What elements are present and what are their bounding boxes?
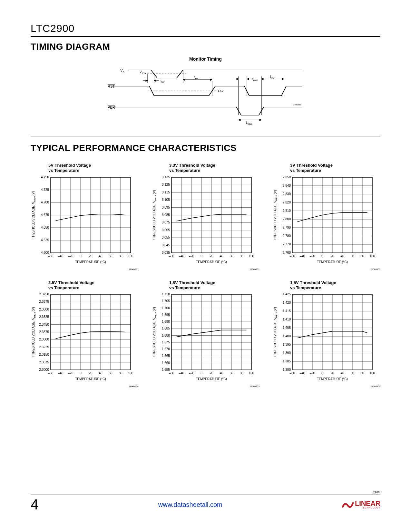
svg-text:tUV: tUV xyxy=(161,79,165,83)
svg-text:100: 100 xyxy=(128,371,133,375)
logo-main: LINEAR xyxy=(355,500,380,507)
timing-svg: VX RST PBR VRTX tUV tRST 1.5V xyxy=(106,64,306,125)
svg-text:2.3750: 2.3750 xyxy=(39,293,49,296)
footer-doc-code: 2900f xyxy=(31,491,380,494)
page-number: 4 xyxy=(31,498,38,512)
chart-title: 1.8V Threshold Voltage vs Temperature xyxy=(169,280,259,291)
svg-text:1.690: 1.690 xyxy=(162,320,170,323)
chart-title: 2.5V Threshold Voltage vs Temperature xyxy=(48,280,139,291)
svg-text:2.800: 2.800 xyxy=(283,217,291,221)
svg-text:80: 80 xyxy=(240,371,243,375)
chart-svg: –60–40–200204060801004.6004.6254.6504.67… xyxy=(31,176,134,266)
svg-text:100: 100 xyxy=(370,371,375,375)
svg-text:20: 20 xyxy=(89,254,93,258)
svg-text:2.830: 2.830 xyxy=(283,192,291,196)
svg-text:2.3150: 2.3150 xyxy=(39,353,49,356)
svg-text:2.3450: 2.3450 xyxy=(39,323,49,326)
svg-text:80: 80 xyxy=(240,254,243,258)
svg-text:THESHOLD VOLTAGE, VRT50 (V): THESHOLD VOLTAGE, VRT50 (V) xyxy=(32,191,36,239)
svg-text:–60: –60 xyxy=(169,254,174,258)
svg-text:0: 0 xyxy=(321,371,323,375)
chart-svg: –60–40–200204060801002.30002.30752.31502… xyxy=(31,293,134,383)
chart-code: 2900 G06 xyxy=(272,385,380,388)
svg-text:2.3675: 2.3675 xyxy=(39,300,49,303)
svg-text:3.135: 3.135 xyxy=(162,176,170,179)
svg-text:60: 60 xyxy=(230,254,233,258)
chart-title: 3.3V Threshold Voltage vs Temperature xyxy=(169,163,259,173)
svg-text:1.395: 1.395 xyxy=(283,343,291,346)
chart-title: 1.5V Threshold Voltage vs Temperature xyxy=(290,280,380,291)
svg-text:20: 20 xyxy=(330,254,334,258)
svg-text:–60: –60 xyxy=(48,371,54,375)
svg-text:PBR: PBR xyxy=(108,105,115,109)
section-timing-heading: TIMING DIAGRAM xyxy=(31,42,380,52)
svg-text:1.385: 1.385 xyxy=(283,360,291,363)
svg-text:100: 100 xyxy=(249,371,254,375)
part-number: LTC2900 xyxy=(31,23,380,34)
svg-text:1.380: 1.380 xyxy=(283,368,291,371)
svg-text:–40: –40 xyxy=(300,254,305,258)
svg-text:3.125: 3.125 xyxy=(162,183,170,186)
svg-text:1.5V: 1.5V xyxy=(218,89,224,93)
svg-text:80: 80 xyxy=(360,254,364,258)
svg-text:2.850: 2.850 xyxy=(283,176,291,179)
svg-text:3.035: 3.035 xyxy=(162,251,170,254)
svg-text:0: 0 xyxy=(80,254,82,258)
svg-text:20: 20 xyxy=(89,371,93,375)
svg-text:60: 60 xyxy=(350,254,354,258)
svg-text:TEMPERATURE (°C): TEMPERATURE (°C) xyxy=(317,260,347,264)
svg-text:VX: VX xyxy=(120,68,124,73)
svg-text:0: 0 xyxy=(201,254,202,258)
footer-url[interactable]: www.datasheetall.com xyxy=(158,501,222,508)
svg-text:3.065: 3.065 xyxy=(162,228,170,232)
svg-text:1.405: 1.405 xyxy=(283,326,291,330)
svg-text:–40: –40 xyxy=(58,254,64,258)
svg-text:40: 40 xyxy=(220,371,223,375)
svg-text:0: 0 xyxy=(80,371,82,375)
svg-text:100: 100 xyxy=(128,254,133,258)
svg-text:1.675: 1.675 xyxy=(162,340,170,344)
svg-text:tPBW: tPBW xyxy=(246,121,252,125)
svg-text:TEMPERATURE (°C): TEMPERATURE (°C) xyxy=(317,377,347,381)
svg-text:2.3000: 2.3000 xyxy=(39,368,49,371)
svg-text:40: 40 xyxy=(340,254,344,258)
svg-text:–20: –20 xyxy=(68,254,73,258)
chart-svg: –60–40–200204060801001.3801.3851.3901.39… xyxy=(272,293,376,383)
page-footer: 2900f 4 www.datasheetall.com LINEAR TECH… xyxy=(31,491,380,513)
svg-text:40: 40 xyxy=(99,254,103,258)
svg-text:tRST: tRST xyxy=(194,75,200,80)
svg-text:60: 60 xyxy=(230,371,233,375)
svg-text:3.075: 3.075 xyxy=(162,221,170,224)
svg-text:4.725: 4.725 xyxy=(41,188,49,192)
svg-text:1.425: 1.425 xyxy=(283,293,291,296)
chart-cell: 3.3V Threshold Voltage vs Temperature–60… xyxy=(152,163,259,271)
chart-code: 2900 G04 xyxy=(31,385,139,388)
svg-text:–40: –40 xyxy=(300,371,305,375)
chart-code: 2900 G05 xyxy=(152,385,259,388)
chart-title: 5V Threshold Voltage vs Temperature xyxy=(48,163,139,173)
svg-text:60: 60 xyxy=(109,371,113,375)
svg-text:1.680: 1.680 xyxy=(162,334,170,337)
svg-text:THRESHOLD VOLTAGE, VRT15 (V): THRESHOLD VOLTAGE, VRT15 (V) xyxy=(273,307,278,357)
svg-text:2.760: 2.760 xyxy=(283,251,291,254)
svg-text:2.3525: 2.3525 xyxy=(39,315,49,319)
svg-text:2.820: 2.820 xyxy=(283,201,291,204)
svg-text:–60: –60 xyxy=(169,371,174,375)
svg-text:1.665: 1.665 xyxy=(162,354,170,358)
svg-text:–60: –60 xyxy=(48,254,54,258)
svg-text:TEMPERATURE (°C): TEMPERATURE (°C) xyxy=(75,260,106,264)
svg-text:2.810: 2.810 xyxy=(283,209,291,212)
svg-text:1.400: 1.400 xyxy=(283,334,291,338)
chart-svg: –60–40–200204060801001.6551.6601.6651.67… xyxy=(152,293,255,383)
svg-text:THRESHOLD VOLTAGE, VRT33 (V): THRESHOLD VOLTAGE, VRT33 (V) xyxy=(152,190,157,240)
svg-text:–20: –20 xyxy=(189,254,194,258)
linear-logo: LINEAR TECHNOLOGY xyxy=(342,500,380,509)
timing-diagram: Monitor Timing VX RST xyxy=(31,56,380,126)
svg-text:4.750: 4.750 xyxy=(41,176,49,179)
svg-text:40: 40 xyxy=(340,371,344,375)
chart-cell: 1.5V Threshold Voltage vs Temperature–60… xyxy=(272,280,380,388)
svg-text:60: 60 xyxy=(350,371,354,375)
svg-text:–20: –20 xyxy=(68,371,73,375)
svg-text:1.685: 1.685 xyxy=(162,327,170,330)
svg-text:3.115: 3.115 xyxy=(162,190,170,194)
